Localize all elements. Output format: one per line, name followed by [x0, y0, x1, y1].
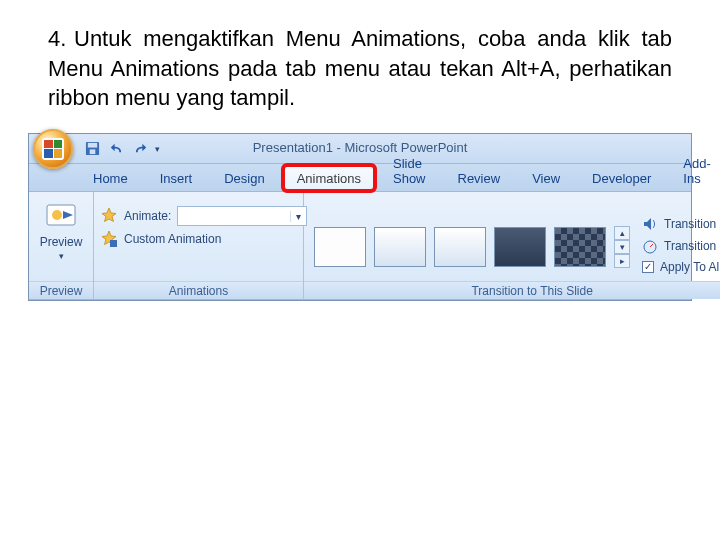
group-transition: ▴ ▾ ▸ Transition Sound	[304, 192, 720, 299]
tab-slideshow[interactable]: Slide Show	[379, 150, 440, 191]
custom-animation-label: Custom Animation	[124, 232, 221, 246]
sound-icon	[642, 216, 658, 232]
redo-icon	[133, 141, 148, 156]
quick-access-toolbar: ▾	[81, 139, 162, 159]
undo-icon	[109, 141, 124, 156]
titlebar: ▾ Presentation1 - Microsoft PowerPoint	[29, 134, 691, 164]
transition-sound-label: Transition Sound	[664, 217, 720, 231]
transition-speed-label: Transition Speed	[664, 239, 720, 253]
preview-button[interactable]: Preview ▾	[35, 198, 87, 261]
svg-point-4	[52, 210, 62, 220]
gallery-scroll: ▴ ▾ ▸	[614, 226, 630, 268]
apply-to-all-label: Apply To All	[660, 260, 720, 274]
custom-animation-icon	[100, 230, 118, 248]
tab-addins[interactable]: Add-Ins	[669, 150, 720, 191]
gallery-more-button[interactable]: ▸	[614, 254, 630, 268]
instruction-body: Untuk mengaktifkan Menu Animations, coba…	[48, 26, 672, 110]
qat-redo-button[interactable]	[129, 139, 151, 159]
tab-insert[interactable]: Insert	[146, 165, 207, 191]
apply-to-all-button[interactable]: ✓ Apply To All	[642, 260, 720, 274]
preview-icon	[45, 201, 77, 233]
custom-animation-button[interactable]: Custom Animation	[100, 230, 307, 248]
powerpoint-screenshot: ▾ Presentation1 - Microsoft PowerPoint H…	[28, 133, 692, 301]
svg-rect-2	[89, 150, 95, 155]
gallery-down-button[interactable]: ▾	[614, 240, 630, 254]
instruction-text: 4.Untuk mengaktifkan Menu Animations, co…	[0, 0, 720, 127]
qat-save-button[interactable]	[81, 139, 103, 159]
ribbon: Preview ▾ Preview Animate:	[29, 192, 691, 300]
svg-rect-5	[110, 240, 117, 247]
group-animations-label: Animations	[94, 281, 303, 299]
office-button[interactable]	[33, 129, 73, 169]
svg-rect-1	[87, 143, 96, 148]
animate-label: Animate:	[124, 209, 171, 223]
transition-gallery[interactable]: ▴ ▾ ▸	[310, 212, 630, 268]
gallery-up-button[interactable]: ▴	[614, 226, 630, 240]
tab-animations[interactable]: Animations	[283, 165, 375, 191]
instruction-number: 4.	[48, 24, 74, 54]
group-preview-label: Preview	[29, 281, 93, 299]
transition-thumb-1[interactable]	[374, 227, 426, 267]
qat-customize-dropdown[interactable]: ▾	[153, 144, 162, 154]
transition-thumb-3[interactable]	[494, 227, 546, 267]
group-preview: Preview ▾ Preview	[29, 192, 94, 299]
transition-options: Transition Sound Transition Speed ✓ Appl…	[636, 206, 720, 274]
speed-icon	[642, 238, 658, 254]
save-icon	[85, 141, 100, 156]
apply-all-icon: ✓	[642, 261, 654, 273]
tab-review[interactable]: Review	[444, 165, 515, 191]
tab-developer[interactable]: Developer	[578, 165, 665, 191]
office-logo-icon	[42, 138, 64, 160]
tab-home[interactable]: Home	[79, 165, 142, 191]
animate-combo[interactable]: ▾	[177, 206, 307, 226]
group-transition-label: Transition to This Slide ↘	[304, 281, 720, 299]
ribbon-tabstrip: Home Insert Design Animations Slide Show…	[29, 164, 691, 192]
animate-icon	[100, 207, 118, 225]
tab-design[interactable]: Design	[210, 165, 278, 191]
transition-thumb-2[interactable]	[434, 227, 486, 267]
qat-undo-button[interactable]	[105, 139, 127, 159]
transition-thumb-none[interactable]	[314, 227, 366, 267]
preview-button-label: Preview	[40, 235, 83, 249]
tab-view[interactable]: View	[518, 165, 574, 191]
transition-thumb-4[interactable]	[554, 227, 606, 267]
group-animations: Animate: ▾ Custom Animation	[94, 192, 304, 299]
chevron-down-icon: ▾	[59, 251, 64, 261]
